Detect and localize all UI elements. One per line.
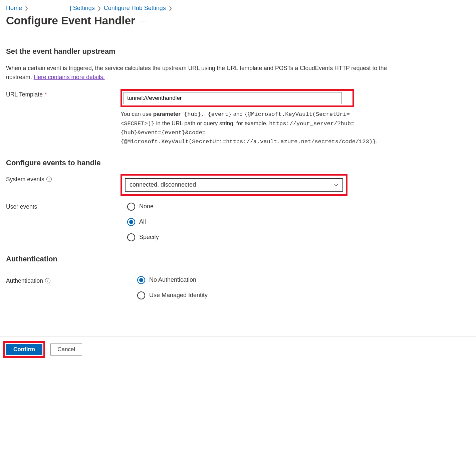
cancel-button[interactable]: Cancel [50, 344, 82, 356]
page-title-text: Configure Event Handler [6, 14, 135, 27]
radio-managed-identity[interactable] [137, 291, 145, 299]
system-events-highlight: connected, disconnected [121, 174, 347, 196]
system-events-cell: connected, disconnected [121, 174, 373, 196]
section-auth-heading: Authentication [6, 255, 470, 263]
radio-none-label: None [139, 203, 154, 210]
more-details-link[interactable]: Here contains more details. [34, 74, 105, 80]
helper-post1: in the URL path or query string, for exa… [155, 120, 269, 127]
radio-specify[interactable] [127, 233, 135, 241]
helper-post2: . [376, 138, 378, 145]
user-events-radio-group: None All Specify [121, 202, 373, 241]
radio-no-auth[interactable] [137, 276, 145, 284]
helper-pre: You can use [121, 111, 153, 117]
auth-managed-row[interactable]: Use Managed Identity [137, 291, 373, 299]
section-events-heading: Configure events to handle [6, 159, 470, 167]
chevron-right-icon: ❯ [24, 6, 29, 11]
confirm-highlight: Confirm [3, 341, 45, 358]
user-events-none-row[interactable]: None [127, 203, 373, 211]
radio-none[interactable] [127, 203, 135, 211]
system-events-label-text: System events [6, 176, 44, 183]
chevron-down-icon [334, 183, 338, 187]
url-template-input[interactable] [124, 92, 342, 104]
section-upstream-heading: Set the event handler upstream [6, 47, 470, 56]
url-template-highlight [121, 89, 354, 107]
page-title: Configure Event Handler ⋯ [6, 14, 470, 27]
breadcrumb-settings[interactable]: | Settings [70, 5, 95, 12]
system-events-value: connected, disconnected [130, 181, 196, 188]
url-template-cell: You can use parameter {hub}, {event} and… [121, 89, 373, 146]
auth-none-row[interactable]: No Authentication [137, 276, 373, 284]
breadcrumb-configure-hub[interactable]: Configure Hub Settings [104, 5, 166, 12]
url-template-label: URL Template * [6, 89, 121, 98]
auth-label-text: Authentication [6, 277, 43, 284]
auth-radio-group: No Authentication Use Managed Identity [121, 275, 373, 299]
user-events-label-text: User events [6, 203, 37, 210]
info-icon[interactable]: i [46, 177, 52, 182]
breadcrumb: Home ❯ | Settings ❯ Configure Hub Settin… [6, 3, 470, 12]
radio-no-auth-label: No Authentication [149, 276, 196, 283]
helper-bold: parameter [153, 111, 181, 117]
url-template-label-text: URL Template [6, 91, 43, 98]
user-events-label: User events [6, 202, 121, 210]
user-events-specify-row[interactable]: Specify [127, 233, 373, 241]
chevron-right-icon: ❯ [168, 6, 173, 11]
info-icon[interactable]: i [45, 278, 50, 283]
auth-label: Authentication i [6, 275, 121, 284]
chevron-right-icon: ❯ [97, 6, 102, 11]
radio-managed-identity-label: Use Managed Identity [149, 292, 208, 299]
required-asterisk: * [45, 91, 47, 98]
upstream-description: When a certain event is triggered, the s… [6, 64, 400, 82]
system-events-dropdown[interactable]: connected, disconnected [125, 178, 343, 192]
user-events-all-row[interactable]: All [127, 218, 373, 226]
more-icon[interactable]: ⋯ [141, 17, 147, 24]
url-template-helper: You can use parameter {hub}, {event} and… [121, 110, 368, 146]
helper-mid: and [232, 111, 244, 117]
radio-specify-label: Specify [139, 234, 159, 241]
radio-all-label: All [139, 218, 146, 225]
confirm-button[interactable]: Confirm [6, 344, 42, 355]
helper-mono1: {hub}, {event} [181, 111, 232, 118]
footer-bar: Confirm Cancel [0, 336, 476, 364]
system-events-label: System events i [6, 174, 121, 183]
radio-all[interactable] [127, 218, 135, 226]
breadcrumb-home[interactable]: Home [6, 5, 22, 12]
